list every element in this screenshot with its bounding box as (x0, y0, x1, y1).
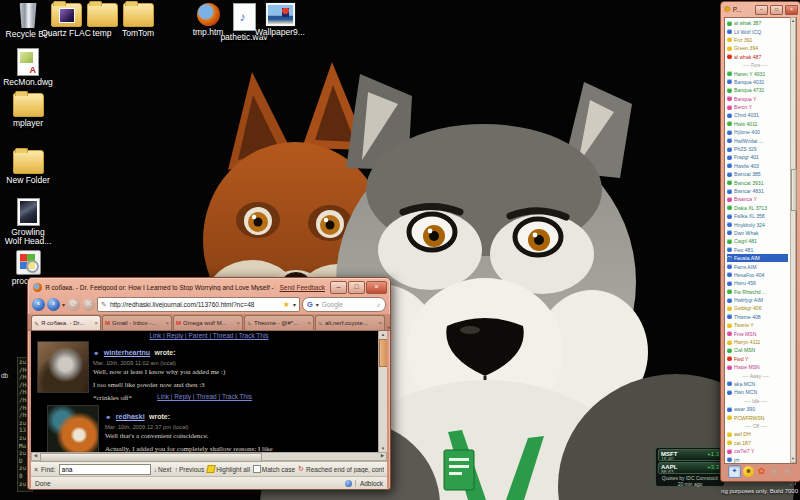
contact-row[interactable]: Chnd 4031 (727, 111, 788, 119)
contact-row[interactable]: cat 187 (727, 439, 788, 447)
contact-row[interactable]: HwfWndat ... (727, 136, 788, 144)
contact-row[interactable]: Banqua 4031 (727, 78, 788, 86)
contact-row[interactable]: Fwd Y (727, 355, 788, 363)
desktop-icon-recmon-dwg[interactable]: RecMon.dwg (2, 48, 54, 87)
find-input[interactable] (59, 464, 151, 475)
reload-button[interactable]: ⟳ (67, 298, 80, 311)
comment-1-username[interactable]: winterheartnu (104, 349, 150, 356)
find-next-button[interactable]: ↓Next (154, 466, 172, 473)
scroll-down-icon[interactable]: ▼ (379, 445, 387, 452)
contact-row[interactable]: Cwl MSN (727, 346, 788, 354)
search-engine-dropdown-icon[interactable]: ▾ (316, 301, 319, 308)
tab-close-icon[interactable]: × (307, 320, 311, 326)
scroll-right-icon[interactable]: ▶ (379, 453, 386, 460)
contact-row[interactable]: Hylone 400 (727, 128, 788, 136)
tab-close-icon[interactable]: × (165, 320, 169, 326)
minimize-button[interactable]: – (330, 281, 347, 294)
scroll-left-icon[interactable]: ◀ (32, 453, 39, 460)
contact-row[interactable]: Green 394 (727, 44, 788, 52)
contact-row[interactable]: Bercn Y (727, 103, 788, 111)
close-button[interactable]: × (785, 5, 798, 15)
scroll-up-icon[interactable]: ▲ (791, 18, 795, 24)
desktop-icon-tomtom[interactable]: TomTom (112, 3, 164, 38)
comment-1-links[interactable]: Link | Reply | Thread | Track This (31, 393, 378, 400)
comment-1-avatar[interactable] (37, 341, 89, 393)
bookmark-star-icon[interactable]: ★ (283, 301, 290, 309)
address-bar[interactable]: ✎ http://redhaski.livejournal.com/113760… (97, 297, 300, 312)
send-feedback-link[interactable]: Send Feedback (279, 284, 325, 291)
contact-row[interactable]: Hwryn 4111 (727, 338, 788, 346)
maximize-button[interactable]: □ (348, 281, 365, 294)
contact-row[interactable]: Haren Y 4031 (727, 69, 788, 77)
search-box[interactable]: G ▾ Google ⌕ (302, 297, 386, 312)
contact-row[interactable]: Fwc 481 (727, 246, 788, 254)
contact-row[interactable]: Frapgr 401 (727, 153, 788, 161)
highlight-all-button[interactable]: Highlight all (207, 465, 250, 473)
contact-row[interactable]: Hwpe MSN (727, 363, 788, 371)
url-text[interactable]: http://redhaski.livejournal.com/113760.h… (110, 301, 280, 308)
tab-close-icon[interactable]: × (378, 320, 382, 326)
contact-row[interactable]: Fnw MSN (727, 329, 788, 337)
desktop-icon-growling-wolf-head[interactable]: Growling Wolf Head... (2, 198, 54, 247)
stop-button[interactable]: ✕ (82, 298, 95, 311)
hscrollbar-thumb[interactable] (40, 453, 262, 462)
contact-row[interactable]: Hwru 456 (727, 279, 788, 287)
contact-row[interactable]: Fnz 391 (727, 36, 788, 44)
contact-row[interactable]: Twsrte Y (727, 321, 788, 329)
contact-row[interactable]: Hwn MCN (727, 388, 788, 396)
yahoo-icon[interactable]: ☻ (743, 466, 754, 477)
contact-row[interactable]: Fausta AIM (727, 254, 788, 262)
comment-2-username[interactable]: redhaski (116, 413, 145, 420)
find-close-icon[interactable]: × (34, 466, 38, 473)
contact-row[interactable]: jrh (727, 455, 788, 463)
contact-row[interactable]: Hwls 4011 (727, 120, 788, 128)
desktop-icon-new-folder[interactable]: New Folder (2, 150, 54, 185)
desktop-icon-mplayer[interactable]: mplayer (2, 93, 54, 128)
search-placeholder[interactable]: Google (322, 301, 374, 308)
contact-row[interactable]: Hwsfw 403 (727, 162, 788, 170)
contact-row[interactable]: Dwn Whak (727, 229, 788, 237)
tab-2[interactable]: MGmail - Inbox -...× (102, 315, 172, 330)
scroll-down-icon[interactable]: ▼ (791, 456, 795, 462)
contact-row[interactable]: awf DH (727, 430, 788, 438)
contact-row[interactable]: Bwncat 385 (727, 170, 788, 178)
adblock-label[interactable]: Adblock (355, 480, 383, 487)
contact-row[interactable]: cw7w7 Y (727, 447, 788, 455)
tab-1[interactable]: ✎Я собака. - Dr...× (31, 315, 101, 330)
scrollbar-thumb[interactable] (791, 169, 797, 211)
contact-row[interactable]: Bwanca Y (727, 195, 788, 203)
tab-3[interactable]: MOmega wolf M...× (173, 315, 243, 330)
contact-row[interactable]: PCWFRWSN (727, 413, 788, 421)
contact-row[interactable]: aka MCN (727, 380, 788, 388)
contact-row[interactable]: Hwbfygr AIM (727, 296, 788, 304)
tab-overflow-icon[interactable]: » (387, 324, 390, 330)
contact-row[interactable]: HexaFox 404 (727, 271, 788, 279)
back-button[interactable]: ‹ (32, 298, 45, 311)
find-previous-button[interactable]: ↑Previous (174, 466, 204, 473)
contact-row[interactable]: Gwbkgr 406 (727, 304, 788, 312)
tab-close-icon[interactable]: × (236, 320, 240, 326)
star-icon[interactable]: ★ (769, 466, 780, 477)
maximize-button[interactable]: □ (770, 5, 783, 15)
contact-row[interactable]: PhZS 329 (727, 145, 788, 153)
contact-group-row[interactable]: ── Furs ── (727, 61, 788, 69)
scroll-up-icon[interactable]: ▲ (379, 331, 387, 338)
contact-row[interactable]: Fwlka XL 358 (727, 212, 788, 220)
contact-row[interactable]: al whak 387 (727, 19, 788, 27)
adblock-icon[interactable] (345, 480, 352, 487)
contact-row[interactable]: Banqua Y (727, 95, 788, 103)
history-dropdown-icon[interactable]: ▾ (62, 301, 65, 308)
tab-4[interactable]: ✎Theome - @#*...× (244, 315, 314, 330)
contact-row[interactable]: Bwncar 4831 (727, 187, 788, 195)
contact-row[interactable]: al whak 487 (727, 53, 788, 61)
contact-row[interactable]: Fwns AIM (727, 262, 788, 270)
contact-row[interactable]: Banqua 4731 (727, 86, 788, 94)
desktop-icon-wallpaper9[interactable]: Wallpaper9... (254, 3, 306, 37)
forward-button[interactable]: › (47, 298, 60, 311)
url-dropdown-icon[interactable]: ▾ (293, 301, 296, 308)
vertical-scrollbar[interactable]: ▲ ▼ (378, 331, 387, 452)
star-icon[interactable]: ★ (782, 466, 793, 477)
search-magnifier-icon[interactable]: ⌕ (377, 301, 381, 309)
contact-row[interactable]: Fw Rhwchd ... (727, 288, 788, 296)
firefox-titlebar[interactable]: Я собака. - Dr. Feelgood or: How I Learn… (28, 278, 390, 295)
